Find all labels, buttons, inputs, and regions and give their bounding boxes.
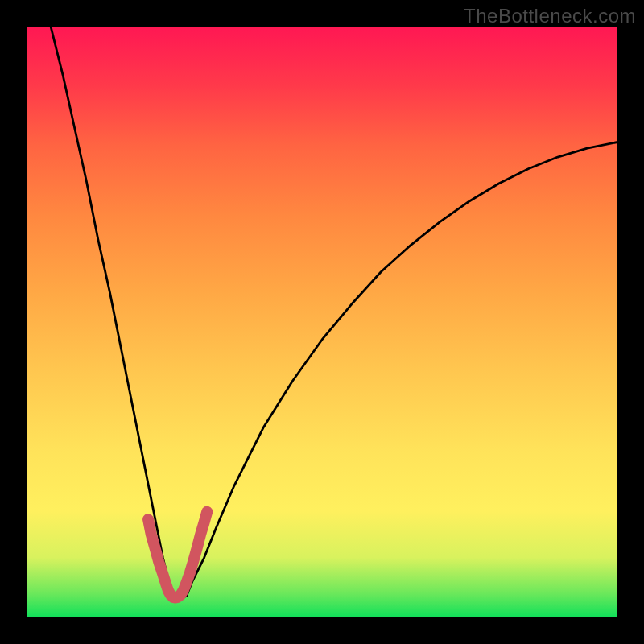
chart-svg (27, 27, 617, 617)
plot-area (27, 27, 617, 617)
bottleneck-curve (51, 27, 617, 598)
watermark-text: TheBottleneck.com (464, 5, 636, 27)
chart-frame: TheBottleneck.com (0, 0, 644, 644)
